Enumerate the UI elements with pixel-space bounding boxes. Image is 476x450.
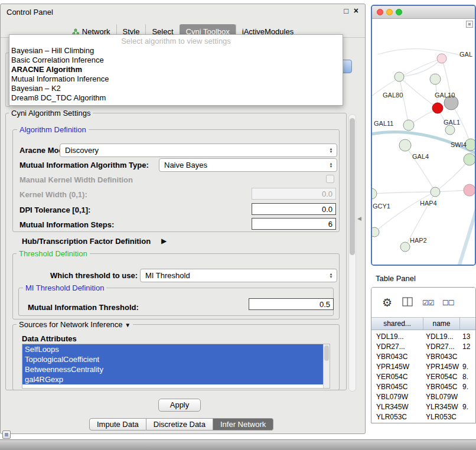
tab-impute-data[interactable]: Impute Data [89, 418, 146, 431]
cell: YLR053C [371, 412, 423, 422]
mi-steps-field[interactable]: 6 [252, 218, 336, 230]
network-node[interactable] [400, 242, 410, 252]
network-node[interactable] [430, 74, 441, 84]
attribute-item-selected[interactable]: SelfLoops [22, 344, 323, 354]
tab-discretize-data[interactable]: Discretize Data [146, 418, 213, 431]
network-edge [372, 192, 435, 194]
close-panel-icon[interactable]: × [354, 6, 358, 15]
which-threshold-value: MI Threshold [141, 271, 327, 280]
network-node[interactable] [399, 139, 411, 151]
cell: YER054C [423, 372, 460, 382]
network-edge [459, 205, 475, 265]
attribute-item-selected[interactable]: TopologicalCoefficient [22, 354, 323, 364]
network-node[interactable] [445, 125, 455, 135]
table-panel-toolbar: ⚙ ☑☑ ☐☐ [371, 288, 475, 317]
algorithm-option[interactable]: Mutual Information Inference [9, 74, 343, 84]
deselect-all-checkboxes-icon[interactable]: ☐☐ [442, 299, 454, 307]
network-graph: GAL GAL80 GAL10 GAL11 GAL1 SWI4 GAL4 GCY… [372, 19, 475, 265]
table-row[interactable]: YLR345W YLR345W 9. [371, 402, 475, 412]
hub-section-label[interactable]: Hub/Transcription Factor Definition [22, 237, 151, 246]
algorithm-definition-title: Algorithm Definition [17, 126, 89, 133]
cell: YLR053C [423, 412, 460, 422]
sources-group-title[interactable]: Sources for Network Inference ▼ [17, 321, 133, 329]
network-node[interactable] [464, 154, 475, 165]
table-row[interactable]: YDL19... YDL19... 13 [371, 332, 475, 342]
network-node[interactable] [395, 72, 404, 81]
sources-title-text: Sources for Network Inference [19, 320, 123, 329]
network-node[interactable] [464, 184, 475, 196]
network-window-titlebar [372, 6, 475, 19]
dpi-tolerance-field[interactable]: 0.0 [252, 203, 336, 215]
algorithm-option-selected[interactable]: ARACNE Algorithm [9, 65, 343, 74]
cyni-mode-tabs: Impute Data Discretize Data Infer Networ… [89, 418, 273, 431]
network-node-label: GAL1 [444, 119, 460, 126]
minimize-window-icon[interactable] [386, 9, 393, 15]
cell: YDL19... [423, 332, 460, 342]
table-row[interactable]: YBR045C YBR045C 9. [371, 382, 475, 392]
network-node[interactable] [437, 54, 446, 63]
combo-arrows-icon: ▲▼ [327, 162, 335, 168]
network-node[interactable] [431, 187, 440, 197]
table-row[interactable]: YBR043C YBR043C [371, 352, 475, 362]
attributes-scrollbar-thumb[interactable] [324, 345, 329, 361]
mi-threshold-field[interactable]: 0.5 [249, 298, 334, 310]
birdseye-toggle-icon[interactable] [466, 21, 473, 28]
settings-scrollbar-thumb[interactable] [350, 118, 355, 255]
network-node-label: GAL11 [374, 120, 393, 127]
table-row[interactable]: YLR053C YLR053C [371, 412, 475, 422]
table-header-row: shared... name [371, 317, 475, 330]
network-edge [405, 145, 435, 192]
algorithm-option[interactable]: Dream8 DC_TDC Algorithm [9, 93, 343, 103]
status-bar [0, 439, 476, 450]
kernel-width-field[interactable]: 0.0 [252, 188, 336, 200]
mi-threshold-group-title: MI Threshold Definition [23, 284, 106, 292]
algorithm-option[interactable]: Bayesian – Hill Climbing [9, 46, 343, 56]
aracne-mode-combobox[interactable]: Discovery ▲▼ [60, 144, 337, 157]
network-node[interactable] [403, 120, 414, 131]
table-row[interactable]: YER054C YER054C 8. [371, 372, 475, 382]
network-canvas[interactable]: GAL GAL80 GAL10 GAL11 GAL1 SWI4 GAL4 GCY… [372, 19, 475, 265]
algorithm-option[interactable]: Basic Correlation Inference [9, 56, 343, 65]
manual-kernel-checkbox[interactable] [326, 175, 334, 183]
attribute-item-selected[interactable]: BetweennessCentrality [22, 364, 323, 374]
network-node[interactable] [372, 227, 379, 237]
close-window-icon[interactable] [377, 9, 383, 15]
data-attributes-list[interactable]: SelfLoops TopologicalCoefficient Between… [22, 344, 330, 389]
algorithm-dropdown-placeholder: Select algorithm to view settings [9, 36, 343, 46]
cell: 9. [460, 402, 475, 412]
settings-scrollbar[interactable] [348, 114, 356, 392]
network-node[interactable] [372, 188, 377, 199]
splitter-collapse-arrow-icon[interactable]: ◀ [357, 216, 361, 221]
gear-icon[interactable]: ⚙ [382, 296, 392, 309]
attribute-item-selected[interactable]: gal4RGexp [22, 374, 323, 384]
network-node-red[interactable] [432, 103, 443, 113]
table-columns-icon[interactable] [402, 297, 413, 308]
network-node-label: GCY1 [373, 203, 390, 210]
minimized-panel-icon[interactable] [2, 431, 11, 439]
control-panel-window: Control Panel □ × Network Style Select C… [0, 4, 366, 434]
select-all-checkboxes-icon[interactable]: ☑☑ [422, 299, 434, 307]
cell [460, 392, 475, 402]
data-attributes-label: Data Attributes [22, 334, 77, 343]
network-node-label: HAP4 [420, 200, 437, 207]
float-panel-icon[interactable]: □ [344, 6, 348, 15]
column-header-cut[interactable] [460, 318, 475, 330]
zoom-window-icon[interactable] [396, 9, 402, 15]
attributes-scrollbar[interactable] [323, 344, 330, 388]
tab-infer-network[interactable]: Infer Network [213, 418, 273, 431]
cell: YLR345W [423, 402, 460, 412]
table-row[interactable]: YDR27... YDR27... 12 [371, 342, 475, 352]
table-row[interactable]: YPR145W YPR145W 9. [371, 362, 475, 372]
hub-collapsed-arrow-icon[interactable]: ▶ [161, 237, 167, 245]
column-header-shared-name[interactable]: shared... [371, 318, 423, 330]
table-row[interactable]: YBL079W YBL079W [371, 392, 475, 402]
apply-button[interactable]: Apply [158, 399, 201, 412]
algorithm-option[interactable]: Bayesian – K2 [9, 84, 343, 93]
cell [460, 412, 475, 422]
mi-steps-label: Mutual Information Steps: [19, 220, 114, 229]
which-threshold-combobox[interactable]: MI Threshold ▲▼ [140, 269, 337, 282]
mi-algorithm-type-combobox[interactable]: Naive Bayes ▲▼ [159, 158, 337, 172]
column-header-name[interactable]: name [423, 318, 460, 330]
cell: YLR345W [371, 402, 423, 412]
cell: YDR27... [371, 342, 423, 352]
